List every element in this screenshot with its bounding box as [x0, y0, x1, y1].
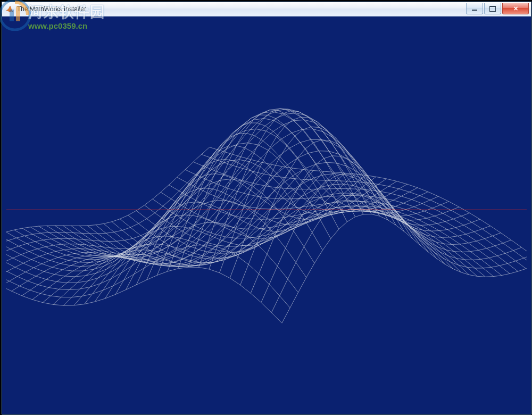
splash-canvas	[6, 20, 527, 410]
close-button[interactable]: ✕	[502, 3, 529, 14]
maximize-button[interactable]	[484, 3, 501, 14]
window-title: The MathWorks Installer	[17, 5, 465, 13]
installer-window: The MathWorks Installer ✕ 河东软件园 www.pc03…	[2, 2, 531, 414]
membrane-wireframe	[6, 20, 527, 410]
maximize-icon	[489, 6, 496, 12]
minimize-icon	[472, 10, 477, 11]
window-controls: ✕	[465, 3, 529, 14]
matlab-app-icon	[5, 5, 14, 13]
progress-line	[6, 210, 527, 210]
close-icon: ✕	[513, 6, 518, 12]
titlebar[interactable]: The MathWorks Installer ✕	[2, 2, 531, 16]
minimize-button[interactable]	[466, 3, 483, 14]
